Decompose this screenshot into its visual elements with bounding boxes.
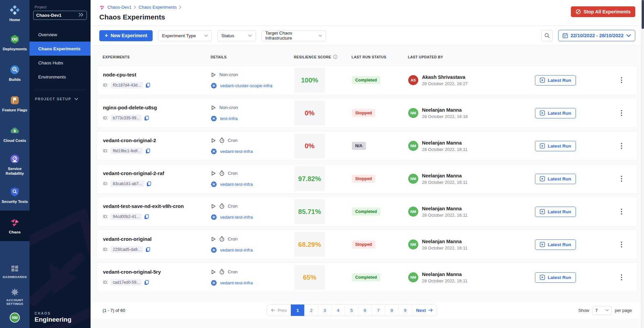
status-filter[interactable]: Status (217, 30, 256, 41)
new-experiment-button[interactable]: + New Experiment (99, 30, 153, 41)
rail-item-cloud-costs[interactable]: $ Cloud Costs (0, 119, 30, 150)
rail-item-builds[interactable]: Builds (0, 58, 30, 89)
main-content: Chaos-Dev1 Chaos Experiments Chaos Exper… (91, 0, 644, 328)
experiment-name[interactable]: vedant-test-save-nd-exit-v8h-cron (103, 203, 211, 209)
latest-run-button[interactable]: Latest Run (535, 141, 576, 151)
project-setup-section[interactable]: PROJECT SETUP (30, 90, 91, 101)
non-cron-icon (211, 105, 216, 110)
updated-timestamp: 28 October 2022, 16:16 (422, 114, 468, 119)
copy-icon[interactable] (144, 214, 149, 219)
kebab-menu-icon[interactable] (621, 176, 622, 182)
kebab-menu-icon[interactable] (621, 241, 622, 248)
latest-run-button[interactable]: Latest Run (535, 272, 576, 283)
page-button-9[interactable]: 9 (398, 305, 412, 316)
user-avatar[interactable]: NM (10, 313, 20, 323)
user-name: Neelanjan Manna (422, 272, 468, 277)
date-range-picker[interactable]: 22/10/2022 - 28/10/2022 (558, 30, 635, 41)
user-name: Neelanjan Manna (422, 140, 468, 146)
experiment-name[interactable]: vedant-cron-original-2 (103, 138, 211, 143)
plus-icon: + (105, 32, 108, 39)
id-label: ID: (103, 247, 108, 252)
status-badge: Stopped (352, 175, 375, 183)
double-chevron-right-icon[interactable] (78, 13, 84, 18)
scrollbar-thumb[interactable] (642, 0, 644, 29)
copy-icon[interactable] (146, 247, 150, 252)
latest-run-button[interactable]: Latest Run (535, 75, 576, 86)
last-updated-by-cell: NM Neelanjan Manna 28 October 2022, 16:1… (408, 173, 519, 185)
latest-run-button[interactable]: Latest Run (535, 207, 576, 217)
copy-icon[interactable] (146, 149, 150, 154)
rail-item-label: DASHBOARDS (3, 275, 27, 279)
kebab-menu-icon[interactable] (621, 209, 622, 215)
infrastructure-link[interactable]: test-infra (220, 116, 238, 121)
copy-icon[interactable] (147, 181, 151, 186)
infrastructure-link[interactable]: vedant-test-infra (220, 182, 253, 187)
rail-item-account-settings[interactable]: ACCOUNT SETTINGS (0, 284, 30, 309)
avatar: NM (408, 207, 418, 217)
experiment-name[interactable]: vedant-cron-original (103, 236, 211, 242)
infrastructure-link[interactable]: vedant-test-infra (220, 215, 253, 220)
nav-item-chaos-hubs[interactable]: Chaos Hubs (30, 56, 91, 70)
infrastructure-link[interactable]: vedant-test-infra (220, 280, 253, 285)
experiment-type-filter[interactable]: Experiment Type (158, 30, 212, 41)
experiment-name[interactable]: node-cpu-test (103, 72, 211, 77)
latest-run-button[interactable]: Latest Run (535, 108, 576, 118)
breadcrumb-experiments-link[interactable]: Chaos Experiments (139, 5, 176, 10)
search-button[interactable] (541, 30, 553, 41)
kebab-menu-icon[interactable] (621, 110, 622, 116)
latest-run-label: Latest Run (548, 275, 571, 280)
kebab-menu-icon[interactable] (621, 143, 622, 149)
page-button-2[interactable]: 2 (304, 305, 318, 316)
copy-icon[interactable] (146, 83, 150, 88)
target-infrastructure-filter[interactable]: Target Chaos Infrastructure (261, 30, 326, 41)
details-cell: Cron vedant-test-infra (211, 269, 294, 286)
rail-item-service-reliability[interactable]: Service Reliability (0, 150, 30, 180)
rail-item-deployments[interactable]: Deployments (0, 28, 30, 58)
rail-item-home[interactable]: Home (0, 0, 30, 28)
next-page-button[interactable]: Next (412, 305, 436, 316)
page-button-4[interactable]: 4 (331, 305, 344, 316)
latest-run-button[interactable]: Latest Run (535, 174, 576, 184)
experiment-name[interactable]: nginx-pod-delete-u8sg (103, 105, 211, 110)
kebab-menu-icon[interactable] (621, 77, 622, 83)
copy-icon[interactable] (144, 280, 149, 285)
avatar: NM (408, 141, 418, 151)
vertical-scrollbar[interactable] (641, 0, 644, 328)
latest-run-label: Latest Run (548, 111, 571, 116)
rail-item-security-tests[interactable]: Security Tests (0, 180, 30, 211)
page-button-1[interactable]: 1 (291, 305, 304, 316)
page-button-6[interactable]: 6 (358, 305, 371, 316)
latest-run-button[interactable]: Latest Run (535, 239, 576, 250)
page-button-8[interactable]: 8 (385, 305, 398, 316)
infrastructure-link[interactable]: vedant-test-infra (220, 248, 253, 253)
experiment-name[interactable]: vedant-cron-original-2-raf (103, 170, 211, 176)
kebab-menu-icon[interactable] (621, 274, 622, 280)
experiment-cell: vedant-test-save-nd-exit-v8h-cron ID: 94… (103, 203, 211, 220)
breadcrumb: Chaos-Dev1 Chaos Experiments (99, 4, 635, 10)
page-button-3[interactable]: 3 (318, 305, 331, 316)
rail-item-dashboards[interactable]: DASHBOARDS (0, 260, 30, 284)
rail-item-feature-flags[interactable]: Feature Flags (0, 89, 30, 119)
prev-page-button[interactable]: Prev (267, 305, 291, 316)
experiment-name[interactable]: vedant-cron-original-5ry (103, 269, 211, 275)
nav-item-environments[interactable]: Environments (30, 70, 91, 84)
nav-item-chaos-experiments[interactable]: Chaos Experiments (30, 42, 91, 56)
info-icon[interactable] (333, 55, 337, 59)
row-menu-cell (582, 274, 632, 280)
infrastructure-link[interactable]: vedant-cluster-scope-infra (220, 83, 272, 88)
kubernetes-icon (211, 149, 217, 154)
project-selector[interactable]: Chaos-Dev1 (33, 11, 87, 20)
rail-item-chaos[interactable]: Chaos (0, 211, 30, 241)
experiment-cell: node-cpu-test ID: f0c187d4-43d... (103, 72, 211, 89)
page-button-5[interactable]: 5 (344, 305, 358, 316)
breadcrumb-project-link[interactable]: Chaos-Dev1 (107, 5, 131, 10)
copy-icon[interactable] (144, 116, 149, 121)
nav-item-overview[interactable]: Overview (30, 28, 91, 42)
resilience-score-value: 0% (305, 142, 315, 150)
rail-item-label: Security Tests (2, 199, 28, 204)
page-button-7[interactable]: 7 (371, 305, 385, 316)
infrastructure-link[interactable]: vedant-test-infra (220, 149, 253, 154)
page-size-select[interactable]: 7 (592, 306, 612, 315)
row-menu-cell (582, 209, 632, 215)
stop-all-experiments-button[interactable]: Stop All Experiments (571, 6, 635, 17)
